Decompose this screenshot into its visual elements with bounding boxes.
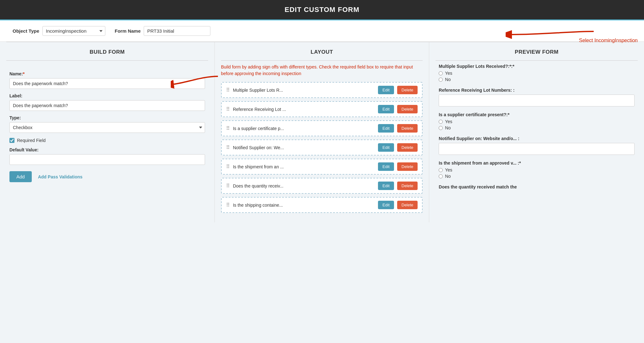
delete-button[interactable]: Delete: [397, 182, 418, 190]
preview-field-group: Does the quantity received match the: [439, 184, 635, 189]
top-bar: Object Type IncomingInspection WorkOrder…: [0, 19, 644, 42]
name-input[interactable]: [9, 78, 205, 89]
drag-handle-icon[interactable]: ⠿: [226, 164, 230, 170]
radio-label: No: [445, 77, 451, 82]
layout-header: LAYOUT: [215, 42, 429, 60]
required-field-row: Required Field: [9, 138, 205, 143]
layout-item: ⠿ Is a supplier certificate p... Edit De…: [221, 120, 423, 136]
preview-field-group: Is a supplier certificate present?:* Yes…: [439, 112, 635, 130]
delete-button[interactable]: Delete: [397, 105, 418, 113]
form-name-input[interactable]: [144, 26, 210, 36]
preview-field-label: Is a supplier certificate present?:*: [439, 112, 635, 117]
radio-option: Yes: [439, 167, 635, 172]
layout-item-name: Multiple Supplier Lots R...: [233, 88, 375, 93]
delete-button[interactable]: Delete: [397, 201, 418, 209]
build-form-header: BUILD FORM: [0, 42, 214, 60]
radio-group: Yes No: [439, 119, 635, 130]
layout-instruction: Build form by adding sign offs with diff…: [221, 64, 423, 77]
drag-handle-icon[interactable]: ⠿: [226, 183, 230, 189]
drag-handle-icon[interactable]: ⠿: [226, 106, 230, 112]
preview-field-label: Is the shipment from an approved v... :*: [439, 161, 635, 166]
layout-item-name: Is the shipment from an ...: [233, 164, 375, 169]
arrow-svg: [506, 19, 606, 44]
drag-handle-icon[interactable]: ⠿: [226, 202, 230, 208]
drag-handle-icon[interactable]: ⠿: [226, 87, 230, 93]
layout-item-name: Does the quantity receiv...: [233, 183, 375, 188]
delete-button[interactable]: Delete: [397, 86, 418, 94]
layout-item: ⠿ Reference Receiving Lot ... Edit Delet…: [221, 101, 423, 117]
layout-instruction-area: Build form by adding sign offs with diff…: [221, 64, 423, 77]
layout-section: LAYOUT Build form by adding sign offs wi…: [215, 42, 430, 222]
edit-button[interactable]: Edit: [378, 162, 394, 171]
edit-button[interactable]: Edit: [378, 124, 394, 133]
required-field-label: Required Field: [17, 138, 46, 143]
edit-button[interactable]: Edit: [378, 143, 394, 152]
edit-button[interactable]: Edit: [378, 105, 394, 113]
form-name-label: Form Name: [115, 28, 141, 34]
radio-label: No: [445, 174, 451, 179]
radio-group: Yes No: [439, 167, 635, 179]
radio-input[interactable]: [439, 126, 443, 130]
radio-input[interactable]: [439, 78, 443, 82]
drag-handle-icon[interactable]: ⠿: [226, 125, 230, 131]
drag-handle-icon[interactable]: ⠿: [226, 144, 230, 150]
radio-option: No: [439, 174, 635, 179]
preview-header: PREVIEW FORM: [429, 42, 644, 60]
preview-field-label: Does the quantity received match the: [439, 184, 635, 189]
edit-button[interactable]: Edit: [378, 201, 394, 209]
radio-option: No: [439, 125, 635, 130]
radio-label: Yes: [445, 71, 452, 76]
preview-field-label: Multiple Supplier Lots Received?:*:*: [439, 64, 635, 69]
radio-group: Yes No: [439, 71, 635, 82]
preview-text-input[interactable]: [439, 95, 635, 106]
layout-items-container: ⠿ Multiple Supplier Lots R... Edit Delet…: [221, 82, 423, 213]
object-type-label: Object Type: [13, 28, 39, 34]
layout-item: ⠿ Notified Supplier on: We... Edit Delet…: [221, 139, 423, 155]
layout-item: ⠿ Does the quantity receiv... Edit Delet…: [221, 178, 423, 194]
preview-field-group: Multiple Supplier Lots Received?:*:* Yes…: [439, 64, 635, 82]
layout-item-name: Is the shipping containe...: [233, 203, 375, 208]
radio-label: Yes: [445, 167, 452, 172]
radio-input[interactable]: [439, 168, 443, 172]
preview-field-group: Notified Supplier on: Website and/o... :: [439, 136, 635, 155]
radio-label: No: [445, 125, 451, 130]
radio-input[interactable]: [439, 174, 443, 178]
object-type-group: Object Type IncomingInspection WorkOrder…: [13, 26, 105, 36]
preview-field-label: Notified Supplier on: Website and/o... :: [439, 136, 635, 141]
form-name-group: Form Name: [115, 26, 211, 36]
radio-label: Yes: [445, 119, 452, 124]
layout-item: ⠿ Is the shipping containe... Edit Delet…: [221, 197, 423, 213]
preview-text-input[interactable]: [439, 143, 635, 155]
build-form-section: BUILD FORM Name:* Label: Type: Checkbox …: [0, 42, 215, 222]
add-pass-validations-button[interactable]: Add Pass Validations: [38, 174, 83, 179]
layout-item: ⠿ Is the shipment from an ... Edit Delet…: [221, 159, 423, 175]
preview-field-label: Reference Receiving Lot Numbers: :: [439, 88, 635, 93]
type-select[interactable]: Checkbox Text Radio Number Date: [9, 122, 205, 133]
add-button[interactable]: Add: [9, 171, 32, 182]
label-input[interactable]: [9, 100, 205, 111]
preview-field-group: Is the shipment from an approved v... :*…: [439, 161, 635, 179]
object-type-select[interactable]: IncomingInspection WorkOrder Shipment: [42, 26, 105, 36]
name-field-label: Name:*: [9, 71, 205, 76]
preview-field-group: Reference Receiving Lot Numbers: :: [439, 88, 635, 106]
layout-item-name: Is a supplier certificate p...: [233, 126, 375, 131]
radio-option: Yes: [439, 71, 635, 76]
page-title: EDIT CUSTOM FORM: [0, 0, 644, 19]
radio-input[interactable]: [439, 120, 443, 124]
layout-item-name: Reference Receiving Lot ...: [233, 107, 375, 112]
required-field-checkbox[interactable]: [9, 138, 14, 143]
default-value-label: Default Value:: [9, 147, 205, 152]
type-field-label: Type:: [9, 115, 205, 120]
delete-button[interactable]: Delete: [397, 162, 418, 171]
delete-button[interactable]: Delete: [397, 124, 418, 133]
preview-container: Multiple Supplier Lots Received?:*:* Yes…: [429, 61, 644, 201]
layout-item: ⠿ Multiple Supplier Lots R... Edit Delet…: [221, 82, 423, 98]
default-value-input[interactable]: [9, 154, 205, 165]
delete-button[interactable]: Delete: [397, 143, 418, 152]
radio-option: No: [439, 77, 635, 82]
btn-row: Add Add Pass Validations: [9, 171, 205, 182]
edit-button[interactable]: Edit: [378, 182, 394, 190]
edit-button[interactable]: Edit: [378, 86, 394, 94]
radio-input[interactable]: [439, 71, 443, 75]
main-content: BUILD FORM Name:* Label: Type: Checkbox …: [0, 42, 644, 222]
